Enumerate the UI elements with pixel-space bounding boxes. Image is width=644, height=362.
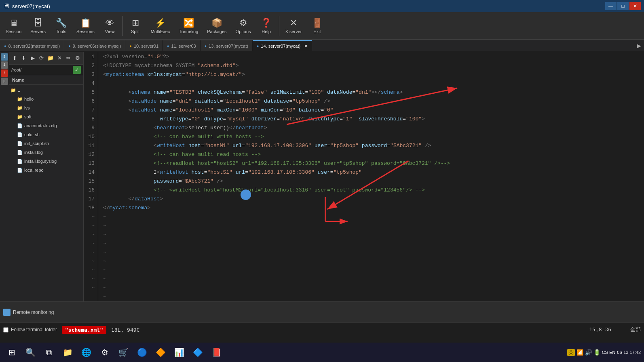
tree-item-color[interactable]: 📄 color.sh	[9, 130, 83, 139]
taskbar-chrome[interactable]: 🔵	[133, 344, 150, 361]
tree-item-hello[interactable]: 📁 hello	[9, 95, 83, 103]
taskbar-settings[interactable]: ⚙	[96, 344, 113, 361]
task-view-button[interactable]: ⧉	[40, 344, 57, 361]
input-method-indicator[interactable]: 英	[567, 349, 575, 356]
remote-monitoring[interactable]: Remote monitoring	[3, 309, 54, 316]
path-bar: ✓	[9, 65, 83, 75]
tilde-26: ~	[103, 275, 644, 284]
help-icon: ❓	[261, 18, 272, 28]
tab-nav-button[interactable]: ▶	[633, 40, 644, 51]
menu-session[interactable]: 🖥 Session	[2, 16, 25, 36]
maximize-button[interactable]: □	[617, 2, 629, 10]
multiexec-icon: ⚡	[155, 18, 166, 28]
tree-item-local-repo[interactable]: 📄 local.repo	[9, 166, 83, 175]
menu-split[interactable]: ⊞ Split	[125, 16, 146, 36]
tab8-dot: ●	[4, 44, 6, 48]
menu-servers-label: Servers	[30, 29, 46, 34]
close-button[interactable]: ✕	[629, 2, 641, 10]
tree-item-init-label: init_script.sh	[24, 141, 49, 146]
line-num-14: 14	[84, 168, 95, 177]
split-icon: ⊞	[132, 18, 139, 28]
taskbar-explorer[interactable]: 📁	[59, 344, 76, 361]
file-anaconda-icon: 📄	[17, 123, 23, 128]
file-toolbar-btn3[interactable]: ▶	[29, 54, 37, 63]
tab11-dot: ●	[167, 44, 169, 48]
follow-terminal-checkbox[interactable]: Follow terminal folder	[3, 327, 57, 333]
menu-xserver[interactable]: ✕ X server	[281, 16, 306, 36]
line-num-24: ~	[84, 257, 95, 266]
menu-servers[interactable]: 🗄 Servers	[26, 16, 50, 36]
file-toolbar-btn1[interactable]: ⬆	[11, 54, 19, 63]
menu-packages[interactable]: 📦 Packages	[203, 16, 230, 36]
tree-item-anaconda-label: anaconda-ks.cfg	[24, 123, 57, 128]
sidebar-icon-3[interactable]: !	[1, 69, 8, 77]
taskbar-store[interactable]: 🛒	[115, 344, 132, 361]
start-button[interactable]: ⊞	[3, 344, 20, 361]
menu-options-label: Options	[236, 29, 251, 34]
tree-item-init[interactable]: 📄 init_script.sh	[9, 139, 83, 148]
menu-options[interactable]: ⚙ Options	[232, 16, 255, 36]
sidebar-icon-4[interactable]: p	[1, 78, 8, 85]
line-num-19: ~	[84, 213, 95, 221]
menu-multiexec[interactable]: ⚡ MultiExec	[147, 16, 174, 36]
tree-item-lvs[interactable]: 📁 lvs	[9, 103, 83, 112]
tab-13[interactable]: ● 13. server07(mycat)	[201, 40, 253, 51]
tab14-close-icon[interactable]: ✕	[304, 44, 308, 49]
menu-help[interactable]: ❓ Help	[256, 16, 277, 36]
windows-taskbar: ⊞ 🔍 ⧉ 📁 🌐 ⚙ 🛒 🔵 🔶 📊 🔷 📕 英 📶 🔊 🔋 CS EN 06…	[0, 343, 644, 362]
window-title: server07(mycat)	[12, 3, 50, 9]
tree-item-dotdot-label: ..	[18, 88, 20, 93]
search-button[interactable]: 🔍	[22, 344, 39, 361]
menu-exit-label: Exit	[313, 29, 321, 34]
code-line-17: </dataHost>	[103, 195, 644, 204]
tab-10-label: 10. server01	[134, 44, 158, 48]
taskbar-app7[interactable]: 📊	[171, 344, 188, 361]
file-header-label: Name	[12, 78, 24, 82]
menu-split-label: Split	[131, 29, 139, 34]
tree-item-install-syslog[interactable]: 📄 install.log.syslog	[9, 157, 83, 166]
taskbar-app8[interactable]: 🔷	[189, 344, 206, 361]
file-toolbar-btn4[interactable]: ⟳	[38, 54, 46, 63]
file-install-log-icon: 📄	[17, 150, 23, 155]
session-icon: 🖥	[9, 18, 18, 28]
file-toolbar-btn2[interactable]: ⬇	[19, 54, 27, 63]
remote-monitoring-label: Remote monitoring	[13, 309, 54, 315]
line-num-4: 4	[84, 79, 95, 88]
tab-14[interactable]: ● 14. server07(mycat) ✕	[253, 40, 312, 51]
file-toolbar-btn8[interactable]: ⚙	[74, 54, 82, 63]
taskbar-pdf[interactable]: 📕	[208, 344, 225, 361]
line-num-25: ~	[84, 266, 95, 275]
file-toolbar-btn5[interactable]: 📁	[46, 54, 55, 63]
tab-11[interactable]: ● 11. server03	[163, 40, 201, 51]
path-input[interactable]	[11, 67, 71, 72]
line-num-11: 11	[84, 141, 95, 150]
code-editor[interactable]: <?xml version="1.0"?> <!DOCTYPE mycat:sc…	[98, 52, 644, 301]
tree-item-anaconda[interactable]: 📄 anaconda-ks.cfg	[9, 121, 83, 130]
menu-sessions[interactable]: 📋 Sessions	[72, 16, 99, 36]
line-numbers: 1 2 3 4 5 6 7 8 9 10 11 12 13 14 15 16 1…	[84, 52, 98, 301]
tree-item-install-log[interactable]: 📄 install.log	[9, 148, 83, 157]
menu-exit[interactable]: 🚪 Exit	[306, 16, 327, 36]
path-confirm-button[interactable]: ✓	[73, 66, 81, 74]
tab-8[interactable]: ● 8. server02(master mysql)	[0, 40, 64, 51]
tab-10[interactable]: ● 10. server01	[125, 40, 163, 51]
sidebar-icon-2[interactable]: l	[1, 61, 8, 69]
minimize-button[interactable]: —	[605, 2, 617, 10]
file-toolbar-btn6[interactable]: ✕	[55, 54, 63, 63]
exit-icon: 🚪	[312, 18, 323, 28]
code-line-4	[103, 79, 644, 88]
menu-view[interactable]: 👁 View	[99, 16, 120, 36]
sidebar-icon-1[interactable]: S	[1, 53, 8, 61]
taskbar-edge[interactable]: 🌐	[78, 344, 95, 361]
file-status-badge: "schema.xml"	[62, 326, 106, 334]
tab-9[interactable]: ● 9. server06(slave mysql)	[64, 40, 125, 51]
follow-terminal-input[interactable]	[3, 327, 8, 333]
taskbar-app6[interactable]: 🔶	[152, 344, 169, 361]
tree-item-dotdot[interactable]: 📁 ..	[9, 86, 83, 95]
line-num-2: 2	[84, 61, 95, 70]
menu-tunneling[interactable]: 🔀 Tunneling	[175, 16, 202, 36]
file-toolbar-btn7[interactable]: ✏	[65, 54, 73, 63]
tree-item-soft[interactable]: 📁 soft	[9, 112, 83, 121]
menu-tools[interactable]: 🔧 Tools	[51, 16, 72, 36]
tunneling-icon: 🔀	[183, 18, 194, 28]
